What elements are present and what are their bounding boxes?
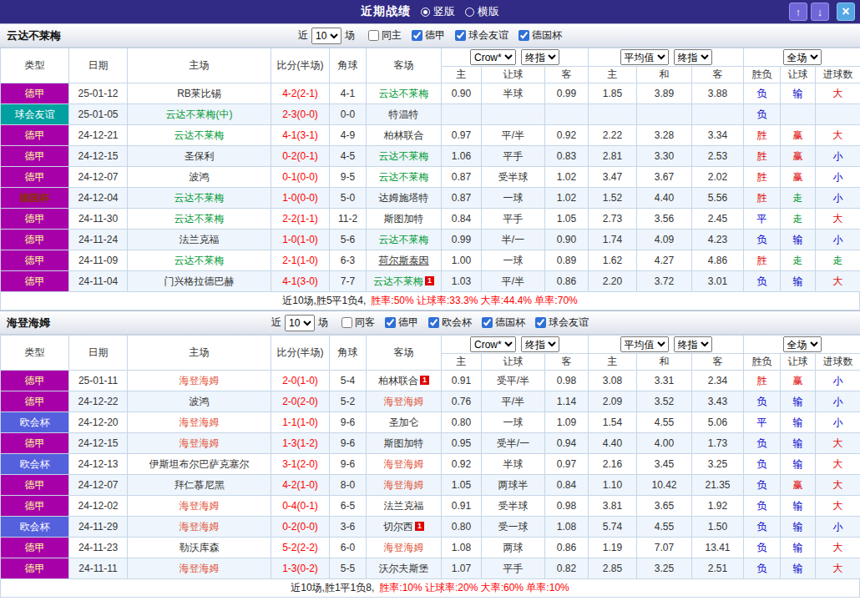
score-link[interactable]: 1-1(1-0) <box>271 412 330 433</box>
away-team-link[interactable]: 斯图加特 <box>384 437 424 449</box>
filter-option[interactable]: 欧会杯 <box>428 316 472 330</box>
match-count-select[interactable]: 10 <box>285 315 315 331</box>
euro-source-select[interactable]: 平均值 <box>620 336 669 352</box>
bookmaker-select[interactable]: Crow* <box>470 49 516 65</box>
home-team-link[interactable]: 勒沃库森 <box>180 542 220 553</box>
away-team-link[interactable]: 海登海姆 <box>384 542 424 553</box>
away-team-link[interactable]: 特温特 <box>389 109 419 120</box>
filter-checkbox[interactable] <box>482 317 493 328</box>
score-link[interactable]: 4-1(3-1) <box>271 125 330 146</box>
home-team-link[interactable]: 波鸿 <box>190 171 210 183</box>
home-team-link[interactable]: 海登海姆 <box>180 417 220 428</box>
handicap-time-select[interactable]: 终指 <box>521 336 559 352</box>
filter-option[interactable]: 球会友谊 <box>455 28 508 43</box>
result-outcome: 胜 <box>744 188 781 209</box>
score-link[interactable]: 4-1(3-0) <box>271 271 330 292</box>
home-team-link[interactable]: 云达不莱梅(中) <box>166 109 233 120</box>
scroll-up-button[interactable]: ↑ <box>789 3 807 21</box>
home-team-link[interactable]: 海登海姆 <box>180 563 220 574</box>
filter-checkbox[interactable] <box>341 317 352 328</box>
filter-option[interactable]: 德甲 <box>412 28 445 43</box>
away-team-link[interactable]: 切尔西 <box>383 521 413 533</box>
away-team-link[interactable]: 云达不莱梅 <box>379 234 429 245</box>
filter-checkbox[interactable] <box>535 317 546 328</box>
scope-select[interactable]: 全场 <box>783 49 822 65</box>
score-link[interactable]: 1-0(0-0) <box>271 188 330 209</box>
away-team-link[interactable]: 海登海姆 <box>384 479 424 491</box>
score-link[interactable]: 0-4(0-1) <box>271 496 330 517</box>
score-link[interactable]: 1-0(1-0) <box>271 230 330 250</box>
score-link[interactable]: 0-2(0-0) <box>271 517 330 538</box>
home-team-link[interactable]: 伊斯坦布尔巴萨克塞尔 <box>149 458 250 470</box>
score-link[interactable]: 2-0(2-0) <box>271 391 330 412</box>
filter-checkbox[interactable] <box>368 30 379 41</box>
filter-option[interactable]: 球会友谊 <box>535 316 589 330</box>
handicap-home-odds: 1.00 <box>442 250 482 271</box>
home-team-link[interactable]: 海登海姆 <box>180 500 220 512</box>
score-link[interactable]: 1-3(1-2) <box>271 433 330 454</box>
away-team-link[interactable]: 法兰克福 <box>384 500 424 512</box>
score-link[interactable]: 2-0(1-0) <box>271 371 330 391</box>
score-link[interactable]: 2-2(1-1) <box>271 209 330 230</box>
euro-time-select[interactable]: 终指 <box>674 49 712 65</box>
bookmaker-select[interactable]: Crow* <box>470 336 516 352</box>
away-team-link[interactable]: 圣加仑 <box>389 417 419 428</box>
filter-option[interactable]: 德国杯 <box>519 28 562 43</box>
home-team-link[interactable]: 圣保利 <box>185 150 215 162</box>
result-handicap: 赢 <box>781 475 816 496</box>
score-link[interactable]: 1-3(0-2) <box>271 558 330 579</box>
home-team-link[interactable]: 法兰克福 <box>180 234 220 245</box>
home-team-link[interactable]: 云达不莱梅 <box>175 255 225 266</box>
home-team-link[interactable]: 拜仁慕尼黑 <box>175 479 225 491</box>
away-team-link[interactable]: 云达不莱梅 <box>379 88 429 99</box>
scroll-down-button[interactable]: ↓ <box>811 3 829 21</box>
away-team-link[interactable]: 柏林联合 <box>384 129 424 141</box>
score-link[interactable]: 2-3(0-0) <box>271 104 330 125</box>
home-team-link[interactable]: RB莱比锡 <box>177 88 221 99</box>
filter-checkbox[interactable] <box>412 30 422 41</box>
close-button[interactable]: × <box>837 3 855 21</box>
handicap-time-select[interactable]: 终指 <box>521 49 559 65</box>
score-link[interactable]: 3-1(2-0) <box>271 454 330 475</box>
home-team-link[interactable]: 海登海姆 <box>180 375 220 386</box>
home-team-link[interactable]: 门兴格拉德巴赫 <box>164 275 235 287</box>
score-link[interactable]: 5-2(2-2) <box>271 538 330 558</box>
scope-selector: 全场 <box>744 336 860 354</box>
home-team-link[interactable]: 云达不莱梅 <box>175 192 225 204</box>
away-team-link[interactable]: 云达不莱梅 <box>379 150 429 162</box>
away-team-link[interactable]: 海登海姆 <box>384 396 424 407</box>
score-link[interactable]: 4-2(2-1) <box>271 83 330 104</box>
layout-vertical-radio[interactable]: 竖版 <box>421 4 455 19</box>
away-team-link[interactable]: 荷尔斯泰因 <box>379 255 429 266</box>
filter-option[interactable]: 德甲 <box>385 316 418 330</box>
away-team-link[interactable]: 斯图加特 <box>384 213 424 225</box>
filter-checkbox[interactable] <box>519 30 529 41</box>
away-team-link[interactable]: 沃尔夫斯堡 <box>379 563 429 574</box>
score-link[interactable]: 4-2(1-0) <box>271 475 330 496</box>
euro-time-select[interactable]: 终指 <box>674 336 712 352</box>
home-team-link[interactable]: 海登海姆 <box>180 437 220 449</box>
away-team-link[interactable]: 云达不莱梅 <box>379 171 429 183</box>
home-team-link[interactable]: 云达不莱梅 <box>175 213 225 225</box>
filter-option[interactable]: 同主 <box>368 28 402 43</box>
away-team-link[interactable]: 云达不莱梅 <box>373 275 423 287</box>
red-card-badge: 1 <box>415 522 424 531</box>
filter-checkbox[interactable] <box>385 317 396 328</box>
filter-checkbox[interactable] <box>455 30 466 41</box>
away-team-link[interactable]: 海登海姆 <box>384 458 424 470</box>
match-count-select[interactable]: 10 <box>311 28 341 44</box>
away-team-link[interactable]: 柏林联合 <box>378 375 418 386</box>
home-team-link[interactable]: 云达不莱梅 <box>175 129 225 141</box>
layout-horizontal-radio[interactable]: 横版 <box>465 4 499 19</box>
euro-source-select[interactable]: 平均值 <box>620 49 669 65</box>
score-link[interactable]: 0-2(0-1) <box>271 146 330 167</box>
score-link[interactable]: 2-1(1-0) <box>271 250 330 271</box>
home-team-link[interactable]: 波鸿 <box>190 396 210 407</box>
filter-option[interactable]: 同客 <box>341 316 375 330</box>
scope-select[interactable]: 全场 <box>783 336 822 352</box>
filter-checkbox[interactable] <box>428 317 439 328</box>
filter-option[interactable]: 德国杯 <box>482 316 525 330</box>
away-team-link[interactable]: 达姆施塔特 <box>379 192 429 204</box>
home-team-link[interactable]: 海登海姆 <box>180 521 220 533</box>
score-link[interactable]: 0-1(0-0) <box>271 167 330 188</box>
